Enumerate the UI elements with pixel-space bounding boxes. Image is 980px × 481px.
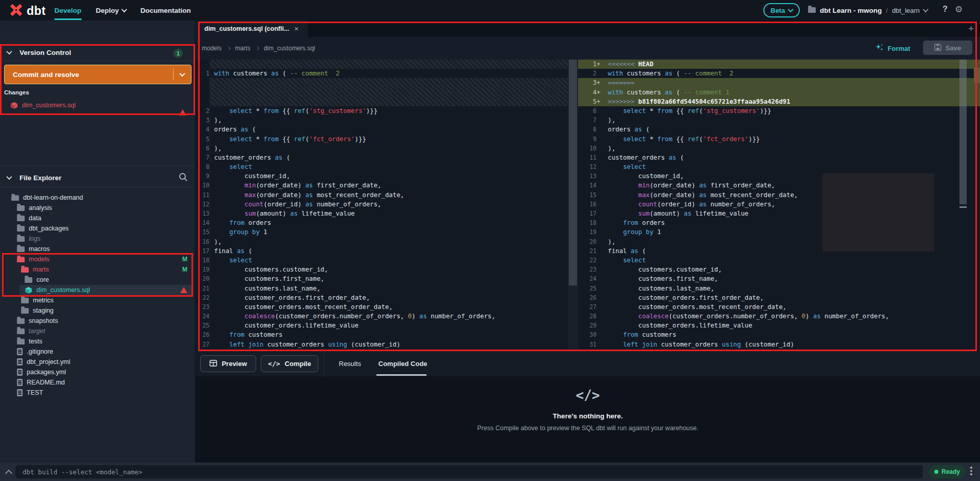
nav-documentation[interactable]: Documentation: [141, 0, 191, 21]
commit-and-resolve-button[interactable]: Commit and resolve: [4, 65, 191, 84]
tree-item-dbt-packages[interactable]: dbt_packages: [0, 223, 195, 234]
tree-item-test[interactable]: TEST: [0, 388, 195, 398]
tree-item-packages-yml[interactable]: packages.yml: [0, 367, 195, 377]
command-bar: dbt build --select <model_name> Ready: [0, 463, 980, 481]
tree-item-label: packages.yml: [27, 369, 66, 376]
code-line: 11 max(order_date) as most_recent_order_…: [196, 190, 568, 200]
gear-icon[interactable]: ⚙: [955, 4, 963, 15]
folder-icon: [17, 205, 25, 211]
kebab-menu-icon[interactable]: [970, 467, 972, 475]
commit-options-caret[interactable]: [174, 72, 191, 76]
tree-item-snapshots[interactable]: snapshots: [0, 316, 195, 326]
left-pane-scrollbar[interactable]: [568, 60, 578, 351]
folder-icon: [17, 329, 25, 334]
breadcrumb-item[interactable]: dim_customers.sql: [264, 45, 315, 52]
code-line: 25 customer_orders.lifetime_value: [196, 321, 568, 330]
folder-open-icon: [11, 195, 19, 201]
tree-item--gitignore[interactable]: .gitignore: [0, 347, 195, 357]
changed-file-name: dim_customers.sql: [22, 102, 75, 109]
nav-develop[interactable]: Develop: [54, 0, 82, 21]
sidebar: Version Control 1 Commit and resolve Cha…: [0, 38, 195, 463]
new-tab-icon[interactable]: +: [968, 23, 974, 34]
tree-item-macros[interactable]: macros: [0, 244, 195, 254]
tree-item-analysis[interactable]: analysis: [0, 203, 195, 213]
version-control-badge: 1: [174, 49, 183, 58]
breadcrumb-chevron-icon: [255, 46, 259, 50]
tree-item-metrics[interactable]: metrics: [0, 295, 195, 305]
code-line: 2with customers as ( -- comment 2: [578, 69, 980, 78]
main-nav: DevelopDeployDocumentation: [54, 0, 191, 21]
code-icon: </>: [196, 388, 980, 403]
breadcrumb-item[interactable]: models: [202, 45, 222, 52]
divider: [0, 61, 195, 61]
nav-deploy[interactable]: Deploy: [96, 0, 126, 21]
scrollbar-thumb[interactable]: [569, 60, 577, 285]
tree-item-logs[interactable]: logs: [0, 234, 195, 244]
tree-item-label: dbt_packages: [29, 225, 69, 232]
model-cube-icon: [10, 102, 18, 109]
tree-item-models[interactable]: modelsM: [0, 254, 195, 264]
diff-filler-row: [196, 88, 568, 97]
dark-overlay-artifact: [822, 174, 934, 252]
beta-dropdown[interactable]: Beta: [763, 3, 800, 17]
folder-icon: [17, 339, 25, 344]
save-button[interactable]: Save: [923, 41, 972, 55]
right-pane-scrollbar-thumb[interactable]: [959, 60, 967, 204]
code-line: 3),: [196, 116, 568, 125]
file-explorer-header[interactable]: File Explorer: [0, 169, 195, 186]
chevron-down-icon: [788, 7, 794, 12]
preview-button[interactable]: Preview: [200, 355, 256, 372]
compile-button[interactable]: </> Compile: [261, 355, 318, 372]
divider: [0, 166, 195, 166]
tree-item-label: models: [29, 256, 49, 263]
tree-item-readme-md[interactable]: README.md: [0, 377, 195, 388]
breadcrumb-item[interactable]: marts: [235, 45, 251, 52]
code-line: 5+>>>>>>> b81f802a66fd544504c65721e3ffaa…: [578, 97, 980, 106]
format-button[interactable]: Format: [875, 41, 910, 55]
code-line: 30 from customers: [578, 330, 980, 339]
editor-header: modelsmartsdim_customers.sql Format Save: [196, 37, 980, 60]
code-line: 29 customer_orders.lifetime_value: [578, 321, 980, 330]
collapse-chevron-icon[interactable]: [5, 470, 12, 477]
tab-dim-customers[interactable]: dim_customers.sql (confli... ×: [196, 21, 309, 37]
breadcrumb: modelsmartsdim_customers.sql: [202, 37, 315, 60]
code-line: 9 select * from {{ ref('fct_orders')}}: [578, 134, 980, 144]
search-icon[interactable]: [179, 172, 188, 183]
tree-item-dbt-project-yml[interactable]: dbt_project.yml: [0, 357, 195, 367]
status-dot: [934, 470, 938, 474]
help-icon[interactable]: ?: [943, 5, 948, 14]
table-icon: [209, 360, 217, 368]
breadcrumb-chevron-icon: [226, 46, 230, 50]
tree-item-marts[interactable]: martsM: [0, 264, 195, 275]
conflict-warning-icon: [180, 287, 187, 293]
code-line: 6 select * from {{ ref('stg_customers')}…: [578, 106, 980, 116]
tree-item-tests[interactable]: tests: [0, 336, 195, 347]
code-line: 20 customers.first_name,: [196, 274, 568, 283]
folder-icon: [17, 236, 25, 242]
changed-file-row[interactable]: dim_customers.sql: [0, 100, 195, 111]
tree-item-staging[interactable]: staging: [0, 305, 195, 316]
tree-item-label: README.md: [27, 379, 65, 386]
tab-compiled-code[interactable]: Compiled Code: [378, 351, 427, 376]
code-line: 10 min(order_date) as first_order_date,: [196, 181, 568, 190]
compile-label: Compile: [285, 360, 311, 368]
code-line: 23 customer_orders.most_recent_order_dat…: [196, 302, 568, 312]
folder-icon: [17, 246, 25, 252]
version-control-header[interactable]: Version Control: [0, 44, 195, 61]
tree-item-dim-customers-sql[interactable]: dim_customers.sql: [0, 285, 195, 295]
command-input[interactable]: dbt build --select <model_name>: [15, 465, 923, 478]
dbt-logo[interactable]: dbt: [9, 3, 46, 18]
close-icon[interactable]: ×: [294, 25, 298, 33]
tab-results[interactable]: Results: [339, 351, 361, 376]
diff-left-pane[interactable]: 1with customers as ( -- comment 22 selec…: [196, 60, 568, 351]
tree-item-data[interactable]: data: [0, 213, 195, 223]
code-line: 25 customers.last_name,: [578, 284, 980, 293]
repo-selector[interactable]: dbt_learn: [892, 7, 927, 14]
model-cube-icon: [25, 286, 32, 294]
tree-item-dbt-learn-on-demand[interactable]: dbt-learn-on-demand: [0, 193, 195, 203]
code-line: 9 customer_id,: [196, 171, 568, 181]
tree-item-target[interactable]: target: [0, 326, 195, 336]
diff-editor[interactable]: 1with customers as ( -- comment 22 selec…: [196, 60, 980, 351]
chevron-down-icon: [6, 174, 12, 180]
tree-item-core[interactable]: core: [0, 275, 195, 285]
